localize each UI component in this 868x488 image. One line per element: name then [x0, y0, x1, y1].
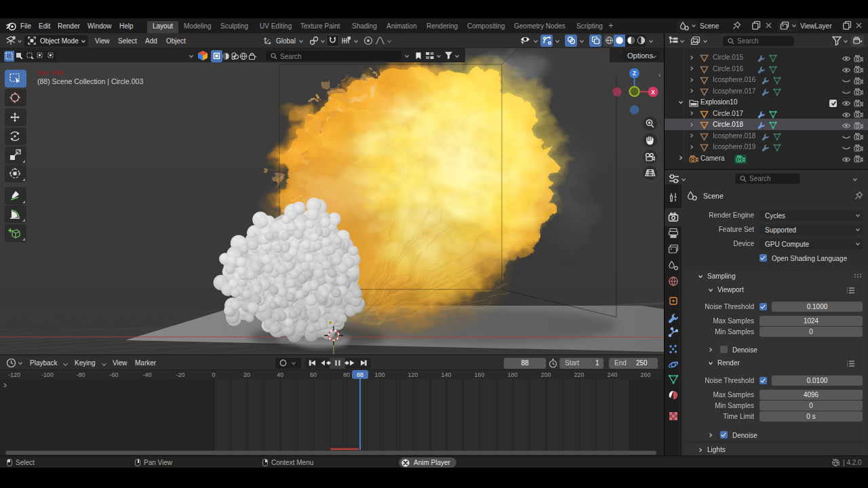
svg-text:X: X: [651, 89, 655, 96]
svg-text:Z: Z: [633, 70, 636, 77]
